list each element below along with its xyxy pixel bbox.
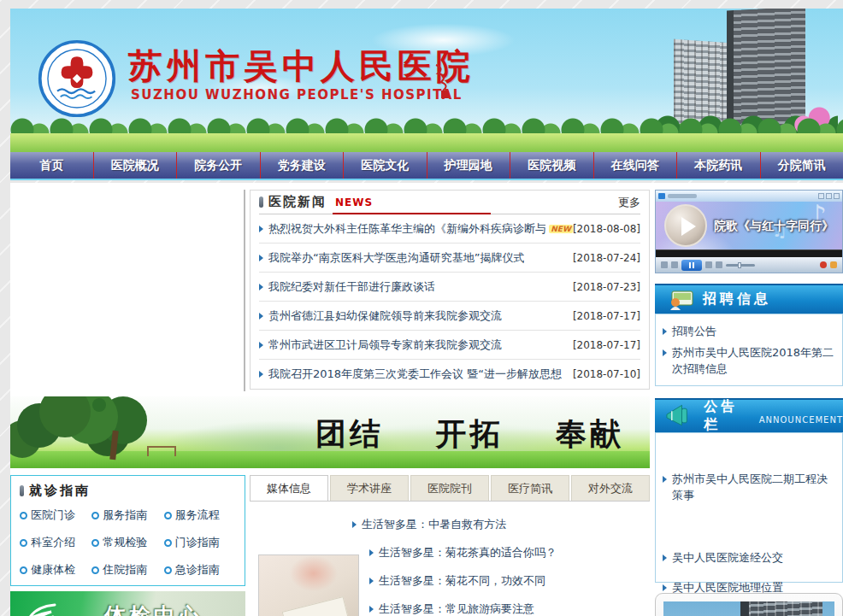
previous-icon[interactable] xyxy=(671,261,678,268)
pause-button[interactable] xyxy=(681,260,702,271)
news-item-date: [2018-07-10] xyxy=(573,368,640,380)
guide-link-service-guide[interactable]: 服务指南 xyxy=(91,507,163,523)
photo-slideshow-placeholder[interactable] xyxy=(10,190,245,391)
tab-external-exchange[interactable]: 对外交流 xyxy=(571,475,650,501)
tab-medical-briefs[interactable]: 医疗简讯 xyxy=(491,475,569,501)
article-link[interactable]: 生活智多星：常见旅游病要注意 xyxy=(369,595,650,616)
player-screen: ♪ ♫ 院歌《与红十字同行》 xyxy=(656,202,842,249)
tab-academic-lectures[interactable]: 学术讲座 xyxy=(330,475,409,501)
bullet-arrow-icon xyxy=(663,476,667,483)
news-item-date: [2018-08-08] xyxy=(573,223,640,235)
guide-link-outpatient-guide[interactable]: 门诊指南 xyxy=(164,535,236,550)
news-item-title[interactable]: 贵州省德江县妇幼保健院领导前来我院参观交流 xyxy=(268,308,502,324)
visit-guide-title: 就诊指南 xyxy=(29,483,91,499)
announcement-subtitle: ANNOUNCEMENT xyxy=(759,415,843,425)
news-item-date: [2018-07-17] xyxy=(573,339,640,351)
top-row: 医院新闻 NEWS 更多 热烈祝贺大外科主任陈革华主编的《新编外科疾病诊断与治 … xyxy=(10,190,650,391)
close-icon[interactable] xyxy=(834,193,840,199)
news-item-title[interactable]: 热烈祝贺大外科主任陈革华主编的《新编外科疾病诊断与治 xyxy=(268,221,545,237)
content-container: 苏州市吴中人民医院 SUZHOU WUZHONG PEOPLE'S HOSPIT… xyxy=(10,9,843,616)
visit-guide-links: 医院门诊 服务指南 服务流程 科室介绍 常规检验 门诊指南 健康体检 住院指南 … xyxy=(20,507,236,578)
tab-bar: 媒体信息 学术讲座 医院院刊 医疗简讯 对外交流 xyxy=(250,475,650,502)
new-badge: NEW xyxy=(549,225,573,233)
news-item-row[interactable]: 我院举办“南京医科大学医患沟通研究基地”揭牌仪式 [2018-07-24] xyxy=(259,243,640,273)
tab-hospital-journal[interactable]: 医院院刊 xyxy=(410,475,489,501)
news-item-title[interactable]: 常州市武进区卫计局领导专家前来我院参观交流 xyxy=(268,337,502,353)
nav-item-home[interactable]: 首页 xyxy=(10,152,94,179)
bullet-arrow-icon xyxy=(369,578,374,584)
guide-link-outpatient[interactable]: 医院门诊 xyxy=(20,507,91,523)
main-content: 医院新闻 NEWS 更多 热烈祝贺大外科主任陈革华主编的《新编外科疾病诊断与治 … xyxy=(10,183,843,616)
bird-logo-icon xyxy=(21,600,60,616)
left-center-area: 医院新闻 NEWS 更多 热烈祝贺大外科主任陈革华主编的《新编外科疾病诊断与治 … xyxy=(10,190,650,616)
player-title-text xyxy=(668,194,697,198)
bullet-arrow-icon xyxy=(663,554,667,561)
news-item-row[interactable]: 常州市武进区卫计局领导专家前来我院参观交流 [2018-07-17] xyxy=(259,331,640,360)
announcement-link[interactable]: 吴中人民医院途经公交 xyxy=(663,549,835,566)
tab-media-info[interactable]: 媒体信息 xyxy=(250,475,328,501)
article-link[interactable]: 生活智多星：菊花茶真的适合你吗？ xyxy=(369,538,650,566)
guide-link-emergency-guide[interactable]: 急诊指南 xyxy=(164,562,236,578)
article-link[interactable]: 生活智多星：菊花不同，功效不同 xyxy=(369,566,650,595)
hospital-intro-card[interactable]: 医院简介 xyxy=(655,593,843,616)
play-button[interactable] xyxy=(664,204,707,247)
article-link[interactable]: 生活智多星：中暑自救有方法 xyxy=(352,510,650,538)
record-icon[interactable] xyxy=(820,261,827,268)
player-titlebar xyxy=(656,191,842,202)
nav-item-qa[interactable]: 在线问答 xyxy=(594,152,678,179)
nav-item-videos[interactable]: 医院视频 xyxy=(510,152,594,179)
volume-slider[interactable] xyxy=(726,264,755,267)
nav-item-nursing[interactable]: 护理园地 xyxy=(427,152,511,179)
news-item-date: [2018-07-23] xyxy=(573,281,640,293)
news-title: 医院新闻 xyxy=(268,194,327,210)
bullet-arrow-icon xyxy=(259,255,263,261)
news-item-title[interactable]: 我院纪委对新任干部进行廉政谈话 xyxy=(268,279,435,295)
news-item-row[interactable]: 我院召开2018年度第三次党委工作会议 暨“进一步解放思想 [2018-07-1… xyxy=(259,360,640,389)
nav-item-open-affairs[interactable]: 院务公开 xyxy=(177,152,261,179)
bullet-arrow-icon xyxy=(369,549,374,556)
minimize-icon[interactable] xyxy=(818,193,824,199)
slogan-text: 团结 开拓 奉献 xyxy=(10,414,624,455)
stop-icon[interactable] xyxy=(661,261,668,268)
ring-bullet-icon xyxy=(20,566,27,574)
next-icon[interactable] xyxy=(705,261,712,268)
guide-link-inpatient-guide[interactable]: 住院指南 xyxy=(91,562,163,578)
news-more-link[interactable]: 更多 xyxy=(618,195,640,210)
recruitment-link[interactable]: 招聘公告 xyxy=(663,323,835,339)
visit-guide-panel: 就诊指南 医院门诊 服务指南 服务流程 科室介绍 常规检验 门诊指南 健康体检 … xyxy=(10,475,245,586)
guide-link-service-flow[interactable]: 服务流程 xyxy=(164,507,236,523)
news-item-row[interactable]: 热烈祝贺大外科主任陈革华主编的《新编外科疾病诊断与治 NEW [2018-08-… xyxy=(259,214,640,243)
checkup-center-banner[interactable]: 体检中心 xyxy=(10,591,245,616)
slogan-word: 开拓 xyxy=(435,415,504,451)
nav-item-culture[interactable]: 医院文化 xyxy=(344,152,427,179)
nav-item-branch-news[interactable]: 分院简讯 xyxy=(761,152,843,179)
guide-link-routine-tests[interactable]: 常规检验 xyxy=(91,535,163,550)
header-grass xyxy=(10,133,843,152)
site-title-english: SUZHOU WUZHONG PEOPLE'S HOSPITAL xyxy=(131,87,463,103)
announcement-link[interactable]: 苏州市吴中人民医院二期工程决策事 xyxy=(663,471,835,503)
guide-link-departments[interactable]: 科室介绍 xyxy=(20,535,91,550)
nav-item-pharmacy-news[interactable]: 本院药讯 xyxy=(677,152,761,179)
ring-bullet-icon xyxy=(91,512,99,519)
news-item-row[interactable]: 贵州省德江县妇幼保健院领导前来我院参观交流 [2018-07-17] xyxy=(259,302,640,331)
nav-item-party-building[interactable]: 党务建设 xyxy=(261,152,345,179)
recruitment-link[interactable]: 苏州市吴中人民医院2018年第二次招聘信息 xyxy=(663,344,835,377)
right-sidebar: ♪ ♫ 院歌《与红十字同行》 xyxy=(655,190,843,616)
tab-article-list: 生活智多星：中暑自救有方法 生活智多星：菊花茶真的适合你吗？ 生活智多星：菊花不… xyxy=(369,510,650,616)
news-item-row[interactable]: 我院纪委对新任干部进行廉政谈话 [2018-07-23] xyxy=(259,273,640,302)
player-controls xyxy=(656,257,842,273)
settings-icon[interactable] xyxy=(830,261,837,268)
news-item-title[interactable]: 我院召开2018年度第三次党委工作会议 暨“进一步解放思想 xyxy=(268,367,562,382)
media-tabs-panel: 媒体信息 学术讲座 医院院刊 医疗简讯 对外交流 生活智多星：中暑自救有方法 xyxy=(250,475,650,616)
announcement-list: 苏州市吴中人民医院二期工程决策事 吴中人民医院途经公交 吴中人民医院地理位置 xyxy=(655,432,843,583)
announcement-title: 公告栏 xyxy=(704,398,754,434)
nav-item-overview[interactable]: 医院概况 xyxy=(94,152,178,179)
maximize-icon[interactable] xyxy=(826,193,832,199)
playlist-icon[interactable] xyxy=(716,261,722,268)
bullet-arrow-icon xyxy=(663,328,667,335)
news-item-title[interactable]: 我院举办“南京医科大学医患沟通研究基地”揭牌仪式 xyxy=(268,250,524,266)
guide-link-health-checkup[interactable]: 健康体检 xyxy=(20,562,91,578)
volume-handle[interactable] xyxy=(738,262,741,268)
intro-building-photo: 医院简介 xyxy=(663,601,834,616)
news-subtitle: NEWS xyxy=(335,197,373,208)
